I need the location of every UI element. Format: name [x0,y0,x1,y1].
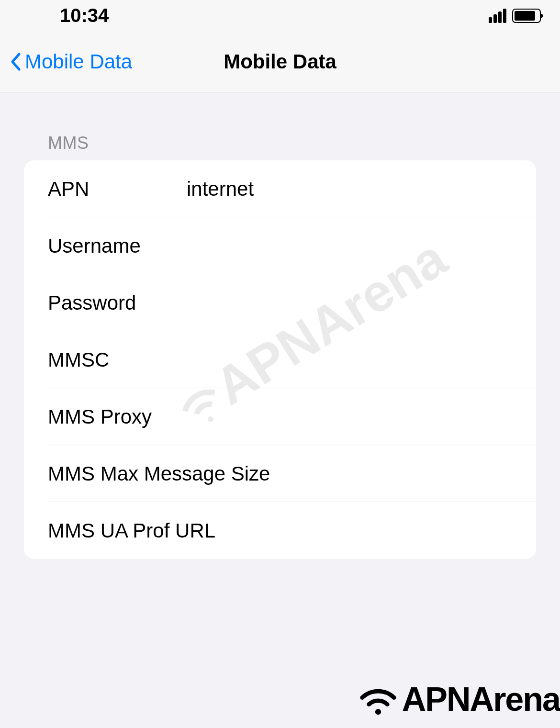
mms-settings-group: APN Username Password MMSC MMS Proxy MMS… [24,160,536,559]
username-row[interactable]: Username [24,217,536,274]
apn-label: APN [48,178,187,201]
mms-ua-prof-label: MMS UA Prof URL [48,519,536,542]
apn-row[interactable]: APN [24,160,536,217]
svg-point-0 [375,709,381,715]
footer-brand-text: APNArena [402,680,560,718]
chevron-left-icon [10,52,21,71]
status-indicators [489,9,541,23]
mms-max-size-row[interactable]: MMS Max Message Size [24,445,536,502]
back-button[interactable]: Mobile Data [10,50,132,73]
status-bar: 10:34 [0,0,560,31]
footer-brand-logo: APNArena [357,680,560,718]
mms-ua-prof-row[interactable]: MMS UA Prof URL [24,502,536,559]
navigation-bar: Mobile Data Mobile Data [0,31,560,92]
section-header-mms: MMS [0,92,560,160]
mms-max-size-label: MMS Max Message Size [48,462,536,485]
back-label: Mobile Data [25,50,132,73]
mmsc-input[interactable] [187,348,536,371]
mms-proxy-label: MMS Proxy [48,405,187,428]
mmsc-row[interactable]: MMSC [24,331,536,388]
mms-proxy-row[interactable]: MMS Proxy [24,388,536,445]
password-input[interactable] [187,291,536,314]
battery-icon [512,9,541,23]
mmsc-label: MMSC [48,348,187,371]
mms-proxy-input[interactable] [187,405,536,428]
username-input[interactable] [187,235,536,258]
wifi-icon [357,683,400,716]
cellular-signal-icon [489,9,506,23]
apn-input[interactable] [187,178,536,201]
page-title: Mobile Data [224,50,336,73]
password-row[interactable]: Password [24,274,536,331]
status-time: 10:34 [19,5,109,26]
password-label: Password [48,291,187,314]
username-label: Username [48,235,187,258]
